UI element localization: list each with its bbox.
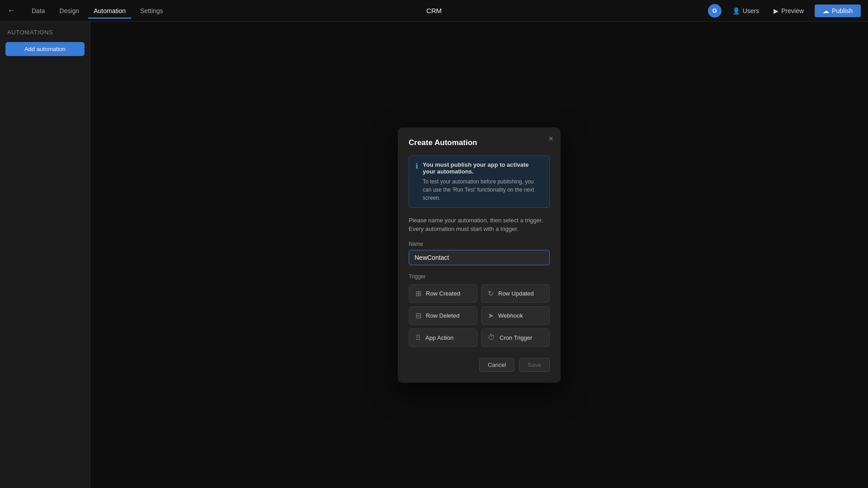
trigger-row-updated[interactable]: ↻ Row Updated — [481, 284, 550, 303]
row-created-icon: ⊞ — [415, 289, 421, 298]
users-button[interactable]: 👤 Users — [729, 5, 763, 16]
topnav-left: ← Data Design Automation Settings — [7, 4, 169, 18]
tab-design[interactable]: Design — [54, 4, 85, 18]
publish-button[interactable]: ☁ Publish — [815, 5, 861, 17]
info-banner-content: You must publish your app to activate yo… — [423, 161, 543, 202]
trigger-row-created[interactable]: ⊞ Row Created — [409, 284, 477, 303]
trigger-row-created-label: Row Created — [426, 290, 460, 297]
info-icon: ℹ — [415, 162, 418, 170]
tab-automation[interactable]: Automation — [88, 4, 131, 18]
close-icon[interactable]: × — [548, 135, 553, 143]
save-button[interactable]: Save — [519, 358, 550, 372]
trigger-label: Trigger — [409, 273, 550, 280]
trigger-webhook[interactable]: ➤ Webhook — [481, 306, 550, 325]
trigger-app-action[interactable]: ⠿ App Action — [409, 328, 477, 347]
name-input[interactable] — [409, 250, 550, 265]
preview-label: Preview — [781, 7, 804, 14]
trigger-row-updated-label: Row Updated — [498, 290, 534, 297]
add-automation-button[interactable]: Add automation — [5, 42, 85, 56]
trigger-cron[interactable]: ⏱ Cron Trigger — [481, 328, 550, 347]
trigger-webhook-label: Webhook — [498, 312, 523, 319]
trigger-app-action-label: App Action — [425, 334, 453, 341]
modal-overlay: × Create Automation ℹ You must publish y… — [90, 22, 868, 488]
cancel-button[interactable]: Cancel — [479, 358, 514, 372]
preview-icon: ▶ — [774, 7, 778, 14]
avatar[interactable]: G — [708, 4, 722, 18]
row-deleted-icon: ⊟ — [415, 311, 421, 320]
app-action-icon: ⠿ — [415, 333, 421, 342]
instruction-line2: Every automation must start with a trigg… — [409, 225, 519, 232]
info-banner-detail: To test your automation before publishin… — [423, 178, 543, 202]
modal-footer: Cancel Save — [409, 358, 550, 372]
sidebar: Automations Add automation — [0, 22, 90, 488]
info-banner-bold: You must publish your app to activate yo… — [423, 161, 543, 175]
topnav: ← Data Design Automation Settings CRM G … — [0, 0, 868, 22]
publish-label: Publish — [832, 7, 853, 14]
form-instruction: Please name your automation, then select… — [409, 216, 550, 234]
info-banner: ℹ You must publish your app to activate … — [409, 155, 550, 208]
topnav-right: G 👤 Users ▶ Preview ☁ Publish — [708, 4, 861, 18]
nav-tabs: Data Design Automation Settings — [26, 4, 169, 18]
app-title: CRM — [426, 7, 442, 14]
trigger-row-deleted[interactable]: ⊟ Row Deleted — [409, 306, 477, 325]
preview-button[interactable]: ▶ Preview — [770, 5, 807, 16]
webhook-icon: ➤ — [488, 311, 494, 320]
trigger-row-deleted-label: Row Deleted — [426, 312, 459, 319]
row-updated-icon: ↻ — [488, 289, 494, 298]
publish-icon: ☁ — [823, 7, 829, 14]
instruction-line1: Please name your automation, then select… — [409, 217, 543, 224]
name-label: Name — [409, 241, 550, 247]
cron-icon: ⏱ — [488, 333, 495, 342]
users-icon: 👤 — [732, 7, 740, 14]
create-automation-modal: × Create Automation ℹ You must publish y… — [398, 127, 561, 383]
tab-data[interactable]: Data — [26, 4, 51, 18]
trigger-cron-label: Cron Trigger — [500, 334, 532, 341]
tab-settings[interactable]: Settings — [135, 4, 169, 18]
main-content: × Create Automation ℹ You must publish y… — [90, 22, 868, 488]
back-button[interactable]: ← — [7, 6, 15, 15]
trigger-grid: ⊞ Row Created ↻ Row Updated ⊟ Row Delete… — [409, 284, 550, 347]
users-label: Users — [743, 7, 760, 14]
modal-title: Create Automation — [409, 138, 550, 147]
sidebar-title: Automations — [5, 29, 85, 36]
